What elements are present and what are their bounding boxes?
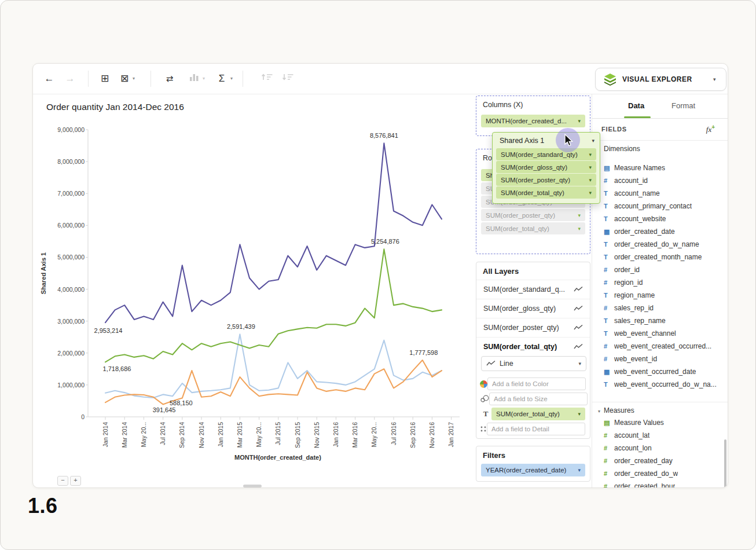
- chevron-down-icon[interactable]: ▾: [713, 76, 716, 82]
- field-item[interactable]: Tweb_event_channel: [604, 328, 722, 339]
- field-item[interactable]: Tsales_rep_name: [604, 315, 722, 327]
- chevron-down-icon[interactable]: ▾: [578, 411, 581, 417]
- field-item[interactable]: #order_created_do_w: [604, 468, 722, 479]
- field-item[interactable]: #region_id: [604, 277, 722, 288]
- forward-icon[interactable]: →: [64, 71, 76, 86]
- sort-ascending-icon[interactable]: [260, 71, 274, 86]
- field-item[interactable]: #account_lon: [604, 442, 722, 454]
- horizontal-scroll-handle[interactable]: [243, 485, 262, 487]
- field-item[interactable]: ▤Measure Values: [604, 417, 722, 428]
- line-chart-icon: [574, 305, 583, 312]
- chevron-down-icon[interactable]: ▾: [203, 76, 205, 81]
- shared-axis-measure-pill[interactable]: SUM(order_poster_qty)▾: [496, 174, 596, 186]
- field-item[interactable]: #web_event_id: [604, 353, 722, 365]
- field-item[interactable]: #order_id: [604, 264, 722, 276]
- aggregate-sigma-icon[interactable]: Σ: [216, 71, 227, 86]
- filter-pill[interactable]: YEAR(order_created_date) ▾: [481, 464, 585, 476]
- chevron-down-icon[interactable]: ▾: [589, 190, 592, 196]
- field-item[interactable]: #account_id: [604, 175, 722, 186]
- brand-label: VISUAL EXPLORER: [622, 75, 692, 83]
- field-item[interactable]: #web_event_created_occurred...: [604, 340, 722, 352]
- dimensions-section-header[interactable]: ▾Dimensions: [598, 145, 640, 153]
- chevron-down-icon[interactable]: ▾: [578, 226, 581, 232]
- chevron-down-icon[interactable]: ▾: [578, 467, 581, 473]
- chevron-down-icon[interactable]: ▾: [578, 212, 581, 218]
- svg-text:Mar 2015: Mar 2015: [236, 422, 243, 448]
- field-item[interactable]: Taccount_primary_contact: [604, 200, 722, 212]
- chevron-down-icon[interactable]: ▾: [578, 361, 581, 366]
- shared-axis-measure-pill[interactable]: SUM(order_gloss_qty)▾: [496, 161, 596, 173]
- svg-text:1,777,598: 1,777,598: [409, 349, 438, 356]
- zoom-in-button[interactable]: +: [70, 476, 81, 486]
- field-item[interactable]: ▤Measure Names: [604, 162, 722, 174]
- field-item[interactable]: Torder_created_do_w_name: [604, 239, 722, 250]
- detail-encoding-input[interactable]: [487, 423, 585, 435]
- field-item[interactable]: ▦web_event_occurred_date: [604, 366, 722, 377]
- tab-data[interactable]: Data: [628, 101, 644, 110]
- size-encoding-input[interactable]: [489, 393, 588, 405]
- tab-format[interactable]: Format: [671, 101, 695, 110]
- chevron-down-icon[interactable]: ▾: [230, 76, 233, 81]
- fields-header: FIELDS: [601, 126, 627, 133]
- pill-label: SUM(order_poster_qty): [486, 212, 575, 219]
- number-type-icon: #: [604, 343, 614, 350]
- detail-encoding-row: [480, 422, 585, 436]
- back-icon[interactable]: ←: [43, 71, 56, 86]
- rows-pill[interactable]: SUM(order_total_qty)▾: [481, 222, 585, 234]
- toolbar: ← → ⊞ ⊠ ▾ ⇄ ▾ Σ ▾: [33, 64, 728, 94]
- line-chart-icon: [486, 360, 496, 367]
- delete-visual-icon[interactable]: ⊠: [119, 71, 130, 86]
- field-item[interactable]: #order_created_hour: [604, 481, 722, 488]
- layer-row[interactable]: SUM(order_standard_q...: [476, 280, 590, 299]
- chart-type-icon[interactable]: [188, 71, 200, 86]
- field-item[interactable]: Tregion_name: [604, 289, 722, 301]
- mark-type-select[interactable]: Line ▾: [481, 356, 586, 371]
- text-type-icon: T: [604, 254, 614, 261]
- field-item[interactable]: Taccount_name: [604, 188, 722, 199]
- color-encoding-input[interactable]: [487, 377, 586, 390]
- field-name: region_name: [614, 291, 655, 299]
- chevron-down-icon[interactable]: ▾: [133, 76, 135, 81]
- text-encoding-pill[interactable]: SUM(order_total_qty) ▾: [491, 408, 585, 420]
- measures-section-header[interactable]: ▾Measures: [598, 406, 634, 415]
- field-item[interactable]: ▦order_created_date: [604, 226, 722, 237]
- field-name: order_created_month_name: [614, 253, 702, 261]
- shared-axis-measure-pill[interactable]: SUM(order_standard_qty)▾: [496, 148, 596, 160]
- duplicate-visual-icon[interactable]: ⊞: [99, 71, 111, 86]
- all-layers-title: All Layers: [483, 267, 519, 276]
- svg-text:1,000,000: 1,000,000: [57, 382, 85, 388]
- chevron-down-icon[interactable]: ▾: [589, 177, 592, 183]
- size-encoding-icon: [480, 395, 489, 403]
- shared-axis-measure-pill[interactable]: SUM(order_total_qty)▾: [496, 186, 596, 199]
- visual-explorer-button[interactable]: VISUAL EXPLORER ▾: [595, 68, 726, 91]
- bar-chart-icon: [189, 72, 199, 82]
- chevron-down-icon[interactable]: ▾: [589, 152, 592, 157]
- svg-text:Nov 2015: Nov 2015: [313, 422, 320, 448]
- pill-label: YEAR(order_created_date): [486, 467, 575, 474]
- layer-row[interactable]: SUM(order_gloss_qty): [476, 299, 590, 318]
- sidebar-scrollbar[interactable]: [724, 439, 726, 488]
- layer-row[interactable]: SUM(order_total_qty): [476, 337, 590, 356]
- field-name: account_id: [614, 177, 648, 185]
- field-item[interactable]: #order_created_day: [604, 455, 722, 467]
- zoom-out-button[interactable]: −: [57, 476, 68, 486]
- chevron-down-icon[interactable]: ▾: [589, 164, 592, 170]
- create-calculation-icon[interactable]: fx+: [706, 124, 715, 134]
- rows-pill[interactable]: SUM(order_poster_qty)▾: [481, 209, 585, 221]
- filters-panel: Filters YEAR(order_created_date) ▾: [476, 446, 590, 482]
- svg-text:9,000,000: 9,000,000: [57, 126, 85, 133]
- layer-row[interactable]: SUM(order_poster_qty): [476, 318, 590, 337]
- columns-pill[interactable]: MONTH(order_created_d... ▾: [481, 115, 585, 127]
- field-name: account_name: [614, 189, 660, 197]
- field-item[interactable]: #sales_rep_id: [604, 302, 722, 314]
- svg-text:391,645: 391,645: [153, 406, 176, 413]
- field-item[interactable]: Torder_created_month_name: [604, 251, 722, 263]
- sort-descending-icon[interactable]: [281, 71, 295, 86]
- chevron-down-icon[interactable]: ▾: [578, 118, 581, 124]
- chevron-down-icon[interactable]: ▾: [592, 138, 594, 144]
- field-item[interactable]: Tweb_event_occurred_do_w_na...: [604, 379, 722, 390]
- field-item[interactable]: #account_lat: [604, 430, 722, 441]
- field-item[interactable]: Taccount_website: [604, 213, 722, 225]
- transpose-axes-icon[interactable]: ⇄: [164, 71, 175, 86]
- line-chart-canvas[interactable]: 01,000,0002,000,0003,000,0004,000,0005,0…: [33, 94, 476, 487]
